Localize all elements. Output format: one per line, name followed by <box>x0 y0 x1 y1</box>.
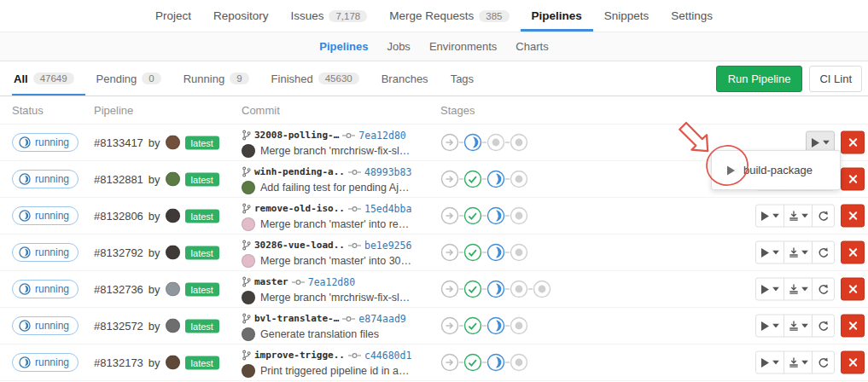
retry-pipeline-button[interactable] <box>812 278 835 301</box>
branch-link[interactable]: 30286-vue-load.. <box>254 240 345 251</box>
filter-tab-all[interactable]: All47649 <box>12 61 85 96</box>
nav-item-pipelines[interactable]: Pipelines <box>521 0 593 32</box>
stage-skipped-icon[interactable] <box>440 353 459 372</box>
stage-created-icon[interactable] <box>486 133 505 152</box>
stage-running-icon[interactable] <box>486 353 505 372</box>
stage-created-icon[interactable] <box>510 170 528 188</box>
download-artifacts-button[interactable] <box>784 205 813 228</box>
stage-skipped-icon[interactable] <box>440 280 459 298</box>
nav-item-snippets[interactable]: Snippets <box>593 0 661 32</box>
stage-created-icon[interactable] <box>510 353 528 372</box>
filter-tab-finished[interactable]: Finished45630 <box>260 61 370 96</box>
branch-link[interactable]: master <box>254 276 288 287</box>
subnav-item-charts[interactable]: Charts <box>506 40 557 53</box>
pipeline-id-link[interactable]: #8132792 <box>94 246 143 259</box>
stage-created-icon[interactable] <box>510 316 528 335</box>
pipeline-id-link[interactable]: #8132173 <box>94 356 143 369</box>
dropdown-item-build-package[interactable]: build-package <box>712 157 840 183</box>
subnav-item-environments[interactable]: Environments <box>420 40 506 53</box>
commit-sha-link[interactable]: be1e9256 <box>364 240 411 252</box>
play-dropdown-button[interactable] <box>755 241 784 264</box>
download-artifacts-button[interactable] <box>784 315 813 338</box>
pipeline-id-link[interactable]: #8132806 <box>94 210 143 223</box>
subnav-item-pipelines[interactable]: Pipelines <box>310 40 377 53</box>
stage-created-icon[interactable] <box>510 206 528 225</box>
status-badge[interactable]: running <box>12 243 79 262</box>
pipeline-id-link[interactable]: #8132736 <box>94 283 143 296</box>
status-badge[interactable]: running <box>12 353 79 372</box>
commit-message-link[interactable]: Generate translation files <box>260 328 379 340</box>
retry-pipeline-button[interactable] <box>812 205 835 228</box>
stage-running-icon[interactable] <box>486 170 505 188</box>
stage-skipped-icon[interactable] <box>440 133 459 152</box>
status-badge[interactable]: running <box>12 280 79 298</box>
filter-tab-pending[interactable]: Pending0 <box>85 61 172 96</box>
play-dropdown-button[interactable] <box>755 205 784 228</box>
nav-item-merge-requests[interactable]: Merge Requests385 <box>378 0 520 32</box>
stage-skipped-icon[interactable] <box>440 316 459 335</box>
stage-created-icon[interactable] <box>510 280 528 298</box>
commit-sha-link[interactable]: c44680d1 <box>364 350 411 362</box>
commit-message-link[interactable]: Merge branch 'mrchrisw-fix-sl… <box>260 145 410 157</box>
branch-link[interactable]: 32008-polling-… <box>254 130 339 141</box>
stage-skipped-icon[interactable] <box>440 170 459 188</box>
branch-link[interactable]: remove-old-iso.. <box>254 203 345 214</box>
stage-running-icon[interactable] <box>486 316 505 335</box>
stage-created-icon[interactable] <box>510 133 528 152</box>
stage-running-icon[interactable] <box>486 243 505 262</box>
commit-sha-link[interactable]: 7ea12d80 <box>358 130 405 142</box>
filter-tab-branches[interactable]: Branches <box>370 61 440 96</box>
stage-skipped-icon[interactable] <box>440 243 459 262</box>
retry-pipeline-button[interactable] <box>812 315 835 338</box>
commit-message-link[interactable]: Print triggered pipeline id in a… <box>260 365 409 377</box>
commit-message-link[interactable]: Add failing test for pending Aj… <box>260 182 409 194</box>
subnav-item-jobs[interactable]: Jobs <box>377 40 419 53</box>
cancel-pipeline-button[interactable] <box>841 315 865 338</box>
run-pipeline-button[interactable]: Run Pipeline <box>716 66 803 92</box>
cancel-pipeline-button[interactable] <box>841 351 865 374</box>
status-badge[interactable]: running <box>12 133 79 152</box>
branch-link[interactable]: winh-pending-a.. <box>254 166 345 177</box>
stage-running-icon[interactable] <box>486 280 505 298</box>
stage-created-icon[interactable] <box>510 243 528 262</box>
commit-message-link[interactable]: Merge branch 'master' into re… <box>260 218 409 230</box>
cancel-pipeline-button[interactable] <box>841 278 865 301</box>
stage-passed-icon[interactable] <box>463 280 482 298</box>
play-dropdown-button[interactable] <box>755 351 784 374</box>
commit-sha-link[interactable]: e874aad9 <box>358 313 405 325</box>
nav-item-issues[interactable]: Issues7,178 <box>279 0 378 32</box>
branch-link[interactable]: bvl-translate-… <box>254 313 339 324</box>
status-badge[interactable]: running <box>12 206 79 225</box>
commit-sha-link[interactable]: 7ea12d80 <box>308 276 355 288</box>
play-dropdown-button[interactable] <box>755 278 784 301</box>
stage-created-icon[interactable] <box>533 280 551 298</box>
stage-passed-icon[interactable] <box>463 243 482 262</box>
download-artifacts-button[interactable] <box>784 241 813 264</box>
status-badge[interactable]: running <box>12 170 79 188</box>
nav-item-project[interactable]: Project <box>144 0 202 32</box>
status-badge[interactable]: running <box>12 316 79 335</box>
stage-skipped-icon[interactable] <box>440 206 459 225</box>
cancel-pipeline-button[interactable] <box>841 241 865 264</box>
download-artifacts-button[interactable] <box>784 278 813 301</box>
retry-pipeline-button[interactable] <box>812 351 835 374</box>
ci-lint-button[interactable]: CI Lint <box>809 66 862 92</box>
download-artifacts-button[interactable] <box>784 351 813 374</box>
cancel-pipeline-button[interactable] <box>841 168 865 191</box>
retry-pipeline-button[interactable] <box>812 241 835 264</box>
stage-running-icon[interactable] <box>463 133 482 152</box>
stage-passed-icon[interactable] <box>463 316 482 335</box>
pipeline-id-link[interactable]: #8132881 <box>94 173 143 186</box>
branch-link[interactable]: improve-trigge.. <box>254 350 345 361</box>
stage-passed-icon[interactable] <box>463 170 482 188</box>
stage-running-icon[interactable] <box>486 206 505 225</box>
commit-message-link[interactable]: Merge branch 'master' into 30… <box>260 255 411 267</box>
pipeline-id-link[interactable]: #8132572 <box>94 320 143 333</box>
commit-message-link[interactable]: Merge branch 'mrchrisw-fix-sl… <box>260 292 410 304</box>
filter-tab-running[interactable]: Running9 <box>172 61 260 96</box>
pipeline-id-link[interactable]: #8133417 <box>94 136 143 149</box>
cancel-pipeline-button[interactable] <box>841 205 865 228</box>
commit-sha-link[interactable]: 48993b83 <box>364 166 411 178</box>
cancel-pipeline-button[interactable] <box>841 131 865 154</box>
play-dropdown-button[interactable] <box>755 315 784 338</box>
